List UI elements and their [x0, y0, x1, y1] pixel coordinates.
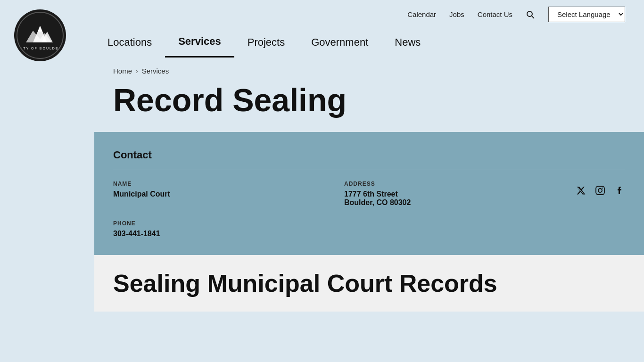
contact-phone-field: PHONE 303-441-1841 [113, 220, 625, 238]
twitter-link[interactable] [575, 185, 586, 198]
svg-point-8 [602, 188, 603, 189]
facebook-link[interactable] [615, 185, 625, 198]
address-line2: Boulder, CO 80302 [344, 198, 566, 207]
contact-divider [113, 169, 625, 169]
bottom-partial-title: Sealing Municipal Court Records [113, 269, 625, 297]
nav-locations[interactable]: Locations [94, 28, 165, 57]
instagram-icon [595, 185, 605, 196]
address-value: 1777 6th Street Boulder, CO 80302 [344, 190, 566, 207]
logo-circle[interactable]: CITY OF BOULDER [14, 9, 66, 61]
name-label: NAME [113, 181, 335, 187]
jobs-link[interactable]: Jobs [449, 10, 464, 18]
nav-projects[interactable]: Projects [234, 28, 298, 57]
contact-grid: NAME Municipal Court ADDRESS 1777 6th St… [113, 181, 625, 207]
instagram-link[interactable] [595, 185, 605, 198]
breadcrumb: Home › Services [113, 67, 625, 75]
content-area: Home › Services Record Sealing [94, 58, 644, 118]
twitter-icon [575, 185, 586, 196]
address-label: ADDRESS [344, 181, 566, 187]
top-bar: Calendar Jobs Contact Us Select Language [0, 0, 644, 27]
bottom-section: Sealing Municipal Court Records [94, 255, 644, 312]
contact-name-field: NAME Municipal Court [113, 181, 335, 198]
breadcrumb-separator: › [136, 67, 138, 75]
logo-text: CITY OF BOULDER [18, 47, 62, 50]
svg-line-5 [532, 16, 534, 18]
contact-card: Contact NAME Municipal Court ADDRESS 177… [94, 132, 644, 255]
main-content: Home › Services Record Sealing Contact N… [0, 58, 644, 312]
contact-us-link[interactable]: Contact Us [478, 10, 512, 18]
search-icon [526, 10, 535, 19]
address-line1: 1777 6th Street [344, 190, 566, 198]
svg-marker-3 [38, 26, 42, 32]
name-value: Municipal Court [113, 190, 335, 198]
nav-services[interactable]: Services [165, 27, 234, 58]
svg-rect-6 [596, 186, 604, 195]
language-select[interactable]: Select Language [548, 7, 625, 22]
phone-label: PHONE [113, 220, 625, 227]
svg-point-7 [598, 189, 602, 192]
facebook-icon [615, 185, 625, 196]
contact-section-title: Contact [113, 149, 625, 161]
nav-bar: Locations Services Projects Government N… [0, 27, 644, 58]
breadcrumb-current: Services [142, 67, 169, 75]
logo-inner: CITY OF BOULDER [17, 12, 64, 59]
search-button[interactable] [526, 10, 535, 19]
phone-value: 303-441-1841 [113, 230, 625, 238]
nav-government[interactable]: Government [298, 28, 381, 57]
logo-container[interactable]: CITY OF BOULDER [14, 9, 66, 61]
contact-address-field: ADDRESS 1777 6th Street Boulder, CO 8030… [344, 181, 566, 207]
breadcrumb-home[interactable]: Home [113, 67, 132, 75]
mountain-icon [24, 21, 57, 45]
svg-point-4 [527, 11, 532, 16]
calendar-link[interactable]: Calendar [407, 10, 436, 18]
social-icons [575, 181, 625, 198]
page-title: Record Sealing [113, 82, 625, 118]
nav-news[interactable]: News [381, 28, 434, 57]
header: Calendar Jobs Contact Us Select Language… [0, 0, 644, 58]
